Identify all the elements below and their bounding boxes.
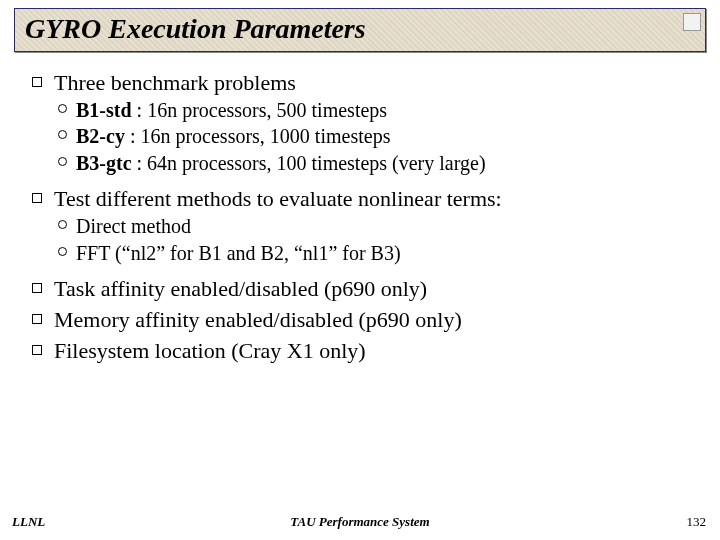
title-bar: GYRO Execution Parameters	[14, 8, 706, 52]
square-bullet-icon	[32, 283, 42, 293]
bullet-text: Three benchmark problems	[54, 70, 296, 95]
corner-logo	[683, 13, 701, 31]
sub-item: Direct method	[76, 213, 690, 239]
bullet-task-affinity: Task affinity enabled/disabled (p690 onl…	[54, 274, 690, 303]
bullet-text: Task affinity enabled/disabled (p690 onl…	[54, 276, 427, 301]
sub-rest: FFT (“nl2” for B1 and B2, “nl1” for B3)	[76, 242, 401, 264]
bullet-text: Filesystem location (Cray X1 only)	[54, 338, 366, 363]
circle-bullet-icon	[58, 157, 67, 166]
slide-content: Three benchmark problems B1-std : 16n pr…	[0, 52, 720, 365]
sub-rest: : 16n processors, 500 timesteps	[132, 99, 388, 121]
sub-item: B3-gtc : 64n processors, 100 timesteps (…	[76, 150, 690, 176]
bullet-methods: Test different methods to evaluate nonli…	[54, 184, 690, 266]
square-bullet-icon	[32, 77, 42, 87]
sub-list: Direct method FFT (“nl2” for B1 and B2, …	[54, 213, 690, 266]
bullet-text: Test different methods to evaluate nonli…	[54, 186, 502, 211]
circle-bullet-icon	[58, 247, 67, 256]
slide-title: GYRO Execution Parameters	[25, 13, 366, 44]
square-bullet-icon	[32, 314, 42, 324]
bullet-benchmarks: Three benchmark problems B1-std : 16n pr…	[54, 68, 690, 176]
sub-bold: B2-cy	[76, 125, 125, 147]
bullet-filesystem: Filesystem location (Cray X1 only)	[54, 336, 690, 365]
sub-rest: : 64n processors, 100 timesteps (very la…	[132, 152, 486, 174]
sub-item: FFT (“nl2” for B1 and B2, “nl1” for B3)	[76, 240, 690, 266]
sub-rest: Direct method	[76, 215, 191, 237]
circle-bullet-icon	[58, 130, 67, 139]
sub-rest: : 16n processors, 1000 timesteps	[125, 125, 391, 147]
sub-item: B2-cy : 16n processors, 1000 timesteps	[76, 123, 690, 149]
circle-bullet-icon	[58, 220, 67, 229]
sub-bold: B3-gtc	[76, 152, 132, 174]
circle-bullet-icon	[58, 104, 67, 113]
sub-bold: B1-std	[76, 99, 132, 121]
bullet-memory-affinity: Memory affinity enabled/disabled (p690 o…	[54, 305, 690, 334]
sub-item: B1-std : 16n processors, 500 timesteps	[76, 97, 690, 123]
sub-list: B1-std : 16n processors, 500 timesteps B…	[54, 97, 690, 176]
square-bullet-icon	[32, 193, 42, 203]
bullet-text: Memory affinity enabled/disabled (p690 o…	[54, 307, 462, 332]
footer-center: TAU Performance System	[0, 514, 720, 530]
square-bullet-icon	[32, 345, 42, 355]
slide-number: 132	[687, 514, 707, 530]
